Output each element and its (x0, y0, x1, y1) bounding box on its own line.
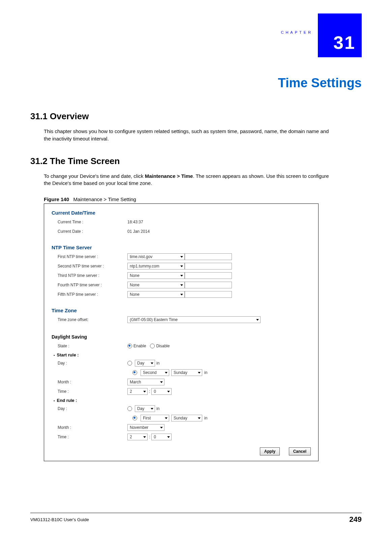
chevron-down-icon (180, 284, 183, 286)
ntp2-custom-input[interactable] (185, 263, 232, 270)
start-month-label: Month : (52, 380, 127, 384)
time-colon: : (149, 389, 150, 394)
end-rule-heading: End rule : (54, 398, 311, 403)
end-day-label: Day : (52, 406, 127, 411)
start-ordinal-select[interactable]: Second (141, 369, 169, 376)
start-day-mode-fixed-radio[interactable] (127, 361, 132, 366)
chevron-down-icon (180, 265, 183, 267)
time-body-prefix: To change your Device's time and date, c… (44, 173, 145, 179)
end-hour-value: 2 (130, 435, 132, 439)
ntp3-label: Third NTP time server : (52, 273, 127, 278)
chevron-down-icon (167, 436, 170, 438)
ntp2-select-value: ntp1.tummy.com (130, 264, 159, 268)
end-time-label: Time : (52, 435, 127, 439)
time-screen-paragraph: To change your Device's time and date, c… (44, 172, 330, 187)
end-ordinal-value: First (143, 416, 151, 420)
figure-title: Maintenance > Time Setting (73, 196, 136, 202)
end-day-fixed-value: Day (137, 406, 144, 411)
start-hour-select[interactable]: 2 (127, 388, 148, 395)
chevron-down-icon (167, 391, 170, 392)
end-day-fixed-select[interactable]: Day (135, 405, 155, 412)
ntp4-custom-input[interactable] (185, 282, 232, 288)
button-row: Apply Cancel (52, 447, 311, 455)
end-day-mode-ord-radio[interactable] (132, 416, 137, 420)
chapter-label: CHAPTER (281, 30, 313, 34)
chevron-down-icon (143, 391, 146, 392)
dst-enable-radio[interactable] (127, 344, 132, 348)
start-hour-value: 2 (130, 389, 132, 394)
timezone-heading: Time Zone (52, 308, 311, 313)
figure-number: Figure 140 (44, 196, 69, 202)
time-body-path: Maintenance > Time (145, 173, 193, 179)
chevron-down-icon (180, 294, 183, 295)
start-minute-value: 0 (154, 389, 156, 394)
chapter-number-badge: 31 (318, 13, 362, 57)
dst-enable-text: Enable (133, 344, 146, 348)
start-minute-select[interactable]: 0 (151, 388, 172, 395)
chevron-down-icon (143, 436, 146, 438)
cancel-button[interactable]: Cancel (289, 447, 311, 455)
timezone-select[interactable]: (GMT-05:00) Eastern Time (127, 316, 261, 323)
end-ord-in-text: in (204, 416, 207, 420)
ntp3-select[interactable]: None (127, 272, 185, 279)
dst-disable-text: Disable (156, 344, 170, 348)
chevron-down-icon (160, 381, 163, 383)
end-minute-value: 0 (154, 435, 156, 439)
start-day-fixed-value: Day (137, 361, 144, 366)
end-month-select[interactable]: November (127, 424, 164, 431)
chevron-down-icon (151, 408, 153, 410)
timezone-label: Time zone offset: (52, 317, 127, 322)
apply-button[interactable]: Apply (260, 447, 280, 455)
ntp1-custom-input[interactable] (185, 253, 232, 260)
page-footer: VMG1312-B10C User's Guide 249 (30, 513, 362, 524)
ntp-heading: NTP Time Server (52, 245, 311, 250)
ntp4-select[interactable]: None (127, 282, 185, 288)
section-heading-overview: 31.1 Overview (30, 111, 362, 122)
start-weekday-select[interactable]: Sunday (171, 369, 202, 376)
current-datetime-heading: Current Date/Time (52, 210, 311, 216)
ntp3-custom-input[interactable] (185, 272, 232, 279)
time-setting-screenshot: Current Date/Time Current Time : 18:43:3… (44, 203, 319, 461)
ntp5-label: Fifth NTP time server : (52, 292, 127, 297)
footer-guide-name: VMG1312-B10C User's Guide (30, 517, 89, 522)
chevron-down-icon (198, 372, 201, 374)
end-time-colon: : (149, 435, 150, 439)
overview-paragraph: This chapter shows you how to configure … (44, 128, 330, 143)
dst-state-label: State : (52, 344, 127, 348)
ntp4-label: Fourth NTP time server : (52, 283, 127, 287)
chevron-down-icon (151, 362, 153, 364)
chevron-down-icon (165, 372, 168, 374)
dst-disable-radio[interactable] (150, 344, 155, 348)
ntp2-label: Second NTP time server : (52, 264, 127, 268)
page-title: Time Settings (278, 76, 362, 90)
dst-heading: Daylight Saving (52, 334, 311, 340)
ntp1-select-value: time.nist.gov (130, 254, 152, 259)
start-day-fixed-select[interactable]: Day (135, 360, 155, 367)
current-time-value: 18:43:37 (127, 220, 143, 224)
end-weekday-select[interactable]: Sunday (171, 415, 202, 421)
start-month-select[interactable]: March (127, 379, 164, 385)
end-day-mode-fixed-radio[interactable] (127, 406, 132, 411)
start-rule-heading: Start rule : (54, 352, 311, 357)
section-heading-time-screen: 31.2 The Time Screen (30, 156, 362, 166)
chevron-down-icon (180, 256, 183, 258)
ntp5-select-value: None (130, 292, 140, 297)
end-hour-select[interactable]: 2 (127, 434, 148, 440)
current-date-value: 01 Jan 2014 (127, 229, 150, 234)
end-month-label: Month : (52, 425, 127, 430)
start-day-mode-ord-radio[interactable] (132, 370, 137, 375)
start-weekday-value: Sunday (174, 370, 187, 375)
ntp1-select[interactable]: time.nist.gov (127, 253, 185, 260)
ntp5-select[interactable]: None (127, 291, 185, 298)
start-ord-in-text: in (204, 370, 207, 375)
current-time-label: Current Time : (52, 220, 127, 224)
ntp2-select[interactable]: ntp1.tummy.com (127, 263, 185, 270)
end-ordinal-select[interactable]: First (141, 415, 169, 421)
ntp3-select-value: None (130, 273, 140, 278)
end-month-value: November (130, 425, 148, 430)
current-date-label: Current Date : (52, 229, 127, 234)
end-minute-select[interactable]: 0 (151, 434, 172, 440)
ntp5-custom-input[interactable] (185, 291, 232, 298)
chevron-down-icon (160, 427, 163, 429)
chevron-down-icon (180, 275, 183, 277)
